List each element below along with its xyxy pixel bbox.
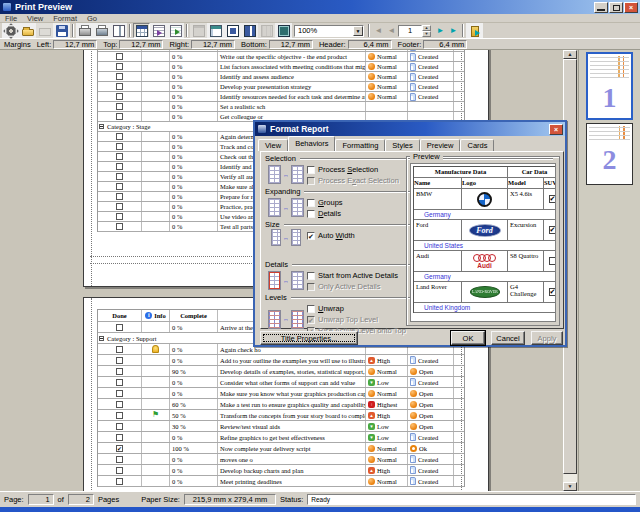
dialog-tabs: ViewBehaviorsFormattingStylesPreviewCard…: [255, 136, 565, 151]
spin-down-button[interactable]: ▼: [422, 31, 431, 37]
tab-styles[interactable]: Styles: [385, 139, 419, 151]
last-page-button[interactable]: ►: [447, 24, 460, 37]
status-cell: Created: [408, 377, 454, 387]
margin-guide-left: [91, 298, 92, 491]
view-mode-2-button[interactable]: [207, 23, 224, 38]
margin-field-value[interactable]: 12,7 mm: [269, 40, 313, 49]
status-label: Created: [418, 477, 438, 486]
checkbox-box[interactable]: [307, 305, 315, 313]
minimize-button[interactable]: [594, 2, 608, 13]
menu-item-go[interactable]: Go: [82, 14, 102, 23]
tab-cards[interactable]: Cards: [460, 139, 494, 151]
status-field: Ready: [307, 494, 636, 505]
page-thumbnail-1[interactable]: 1: [586, 52, 633, 120]
group-order-button[interactable]: [150, 23, 167, 38]
margin-field-value[interactable]: 12,7 mm: [191, 40, 235, 49]
page-number-input[interactable]: 1: [398, 25, 422, 37]
tab-view[interactable]: View: [258, 139, 288, 151]
thumbnail-preview: [590, 56, 629, 78]
print-setup-button[interactable]: [93, 23, 110, 38]
done-checkbox: ✔: [116, 445, 123, 452]
zoom-dropdown-button[interactable]: ▼: [353, 26, 363, 36]
v3-icon: [227, 25, 239, 37]
checkbox-box[interactable]: [307, 272, 315, 280]
priority-label: Low: [377, 378, 389, 387]
view-mode-5-button: [258, 23, 275, 38]
checkbox-box[interactable]: [307, 166, 315, 174]
margin-field-value[interactable]: 12,7 mm: [53, 40, 97, 49]
description-cell: Write out your general objective: [218, 50, 366, 51]
toolbar-separator: [129, 24, 131, 37]
dialog-close-button[interactable]: ×: [549, 124, 563, 135]
view-mode-4-button[interactable]: [241, 23, 258, 38]
title-properties-button[interactable]: Title Properties...: [260, 331, 358, 345]
zoom-combobox[interactable]: 100%▼: [294, 25, 364, 37]
maximize-button[interactable]: [609, 2, 623, 13]
print-preview-window: Print Preview × FileViewFormatGo 100%▼◄◄…: [0, 0, 640, 512]
close-preview-button[interactable]: [466, 23, 483, 38]
menu-item-file[interactable]: File: [0, 14, 22, 23]
page-thumbnail-2[interactable]: 2: [586, 123, 633, 185]
checkbox-box[interactable]: [307, 210, 315, 218]
extra-cell: [454, 465, 466, 475]
print-button[interactable]: [76, 23, 93, 38]
margin-field-value[interactable]: 12,7 mm: [119, 40, 163, 49]
open-button[interactable]: [19, 23, 36, 38]
status-label: Created: [418, 72, 438, 81]
export-button[interactable]: [167, 23, 184, 38]
margin-field-value[interactable]: 6,4 mm: [423, 40, 467, 49]
behaviors-tab-page: Selection↔Process SelectionProcess Exact…: [260, 151, 564, 329]
car-model-cell: S8 Quattro: [508, 251, 544, 271]
menu-item-format[interactable]: Format: [48, 14, 82, 23]
save-button[interactable]: [53, 23, 70, 38]
facing-pages-button[interactable]: [110, 23, 127, 38]
table-row: 0 %Set a realistic sch: [98, 102, 464, 112]
description-cell: Identify and assess audience: [218, 72, 366, 81]
priority-cell: ▲High: [366, 410, 408, 420]
menu-item-view[interactable]: View: [22, 14, 48, 23]
tab-behaviors[interactable]: Behaviors: [288, 136, 335, 151]
column-group-header: Manufacture Data: [414, 167, 508, 177]
scroll-up-button[interactable]: ▲: [563, 50, 577, 59]
scroll-down-button[interactable]: ▼: [563, 482, 577, 491]
tab-preview[interactable]: Preview: [420, 139, 461, 151]
done-checkbox: [116, 368, 123, 375]
extra-cell: [454, 52, 466, 61]
status-cell: Created: [408, 432, 454, 442]
status-cell: [408, 102, 454, 111]
complete-cell: 0 %: [170, 454, 218, 464]
extra-cell: [454, 399, 466, 409]
page-number-spinner[interactable]: ▲▼: [422, 25, 431, 37]
close-button[interactable]: ×: [624, 2, 638, 13]
next-page-button[interactable]: ►: [434, 24, 447, 37]
status-open-icon: [410, 390, 417, 397]
column-header-model: Model: [508, 178, 544, 188]
status-label: Created: [418, 466, 438, 475]
options-button[interactable]: [2, 23, 19, 38]
view-mode-3-button[interactable]: [224, 23, 241, 38]
done-checkbox: [116, 153, 123, 160]
tab-formatting[interactable]: Formatting: [335, 139, 385, 151]
description-cell: Add to your outline the examples you wil…: [218, 355, 366, 365]
complete-cell: 0 %: [170, 388, 218, 398]
checkbox-box[interactable]: [307, 199, 315, 207]
exit-icon: [471, 26, 479, 37]
extra-cell: [454, 454, 466, 464]
checkbox-box[interactable]: ✔: [307, 232, 315, 240]
status-label: Open: [419, 400, 433, 409]
margin-field-value[interactable]: 6,4 mm: [348, 40, 392, 49]
car-suv-cell: ✔: [544, 220, 556, 240]
format-report-button[interactable]: [133, 23, 150, 38]
audi-text: Audi: [477, 262, 491, 269]
priority-label: Normal: [377, 52, 397, 61]
complete-cell: 0 %: [170, 476, 218, 486]
complete-cell: 0 %: [170, 112, 218, 121]
margin-guide-left: [91, 50, 92, 286]
table-row: 0 %List factors associated with meeting …: [98, 62, 464, 72]
transform-arrow-icon: ↔: [283, 235, 289, 241]
ok-button[interactable]: OK: [451, 331, 485, 345]
view-mode-6-button[interactable]: [275, 23, 292, 38]
status-created-icon: [410, 93, 416, 101]
cancel-button[interactable]: Cancel: [491, 331, 525, 345]
extra-cell: [454, 410, 466, 420]
